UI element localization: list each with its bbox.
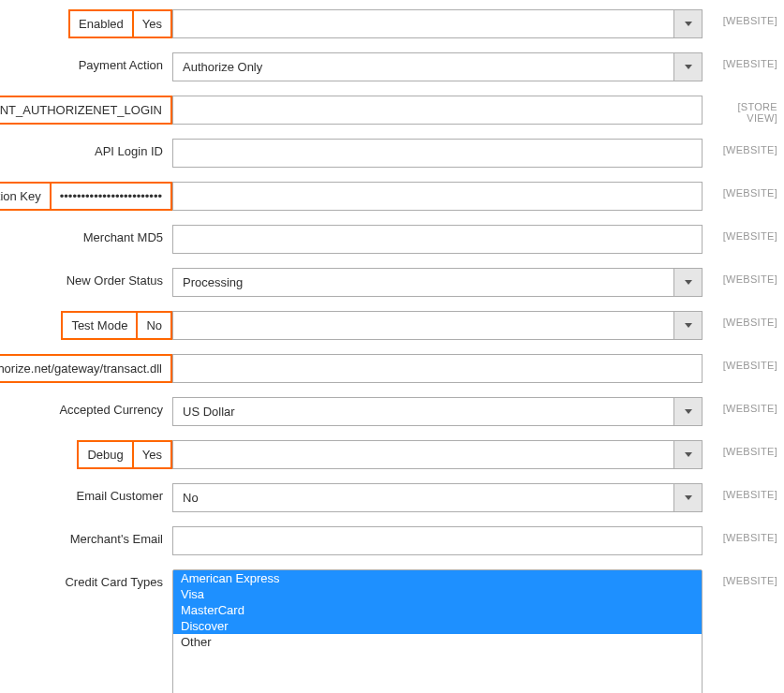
row-transactionKey: Transaction Key••••••••••••••••••••••••[… [4, 182, 780, 211]
select-acceptedCurrency[interactable]: US Dollar [172, 397, 703, 426]
input-wrap-gatewayUrl [172, 354, 703, 383]
label-title: TitlePAYMENT_AUTHORIZENET_LOGIN [4, 96, 172, 125]
highlight-title: TitlePAYMENT_AUTHORIZENET_LOGIN [0, 96, 172, 125]
input-gatewayUrl[interactable] [172, 354, 703, 383]
highlight-value-enabled: Yes [134, 11, 170, 37]
option-visa[interactable]: Visa [173, 586, 702, 602]
row-ccTypes: Credit Card TypesAmerican ExpressVisaMas… [4, 569, 780, 693]
label-gatewayUrl: Gateway URLhttps://test.authorize.net/ga… [4, 354, 172, 383]
scope-apiLoginId: [WEBSITE] [703, 139, 777, 155]
select-wrap-debug: Yes [172, 440, 703, 469]
input-merchantsEmail[interactable] [172, 526, 703, 555]
row-newOrderStatus: New Order StatusProcessing[WEBSITE] [4, 268, 780, 297]
row-merchantMd5: Merchant MD5[WEBSITE] [4, 225, 780, 254]
option-mastercard[interactable]: MasterCard [173, 602, 702, 618]
label-acceptedCurrency: Accepted Currency [4, 397, 172, 417]
field-debug: Yes [172, 440, 703, 469]
row-testMode: Test ModeNoNo[WEBSITE] [4, 311, 780, 340]
select-wrap-newOrderStatus: Processing [172, 268, 703, 297]
select-testMode[interactable]: No [172, 311, 703, 340]
label-emailCustomer: Email Customer [4, 483, 172, 503]
field-acceptedCurrency: US Dollar [172, 397, 703, 426]
label-text-paymentAction: Payment Action [79, 58, 163, 72]
highlight-value-title: PAYMENT_AUTHORIZENET_LOGIN [0, 97, 170, 123]
label-transactionKey: Transaction Key•••••••••••••••••••••••• [4, 182, 172, 211]
label-text-enabled: Enabled [70, 11, 134, 37]
scope-acceptedCurrency: [WEBSITE] [703, 397, 777, 414]
select-enabled[interactable]: Yes [172, 9, 703, 38]
input-wrap-merchantsEmail [172, 526, 703, 555]
field-title [172, 96, 703, 125]
row-emailCustomer: Email CustomerNo[WEBSITE] [4, 483, 780, 512]
config-form: EnabledYesYes[WEBSITE]Payment ActionAuth… [4, 9, 780, 693]
label-debug: DebugYes [4, 440, 172, 469]
select-wrap-acceptedCurrency: US Dollar [172, 397, 703, 426]
option-american-express[interactable]: American Express [173, 570, 702, 586]
field-newOrderStatus: Processing [172, 268, 703, 297]
field-emailCustomer: No [172, 483, 703, 512]
field-testMode: No [172, 311, 703, 340]
label-merchantsEmail: Merchant's Email [4, 526, 172, 546]
scope-testMode: [WEBSITE] [703, 311, 777, 328]
select-wrap-paymentAction: Authorize Only [172, 52, 703, 81]
select-paymentAction[interactable]: Authorize Only [172, 52, 703, 81]
select-wrap-enabled: Yes [172, 9, 703, 38]
label-newOrderStatus: New Order Status [4, 268, 172, 288]
label-text-merchantsEmail: Merchant's Email [70, 532, 163, 546]
label-text-transactionKey: Transaction Key [0, 184, 52, 209]
input-wrap-transactionKey [172, 182, 703, 211]
input-wrap-merchantMd5 [172, 225, 703, 254]
label-text-newOrderStatus: New Order Status [67, 273, 163, 288]
row-acceptedCurrency: Accepted CurrencyUS Dollar[WEBSITE] [4, 397, 780, 426]
input-wrap-apiLoginId [172, 139, 703, 168]
select-debug[interactable]: Yes [172, 440, 703, 469]
row-enabled: EnabledYesYes[WEBSITE] [4, 9, 780, 38]
highlight-testMode: Test ModeNo [61, 311, 172, 340]
label-text-emailCustomer: Email Customer [77, 489, 163, 503]
highlight-gatewayUrl: Gateway URLhttps://test.authorize.net/ga… [0, 354, 172, 383]
field-merchantsEmail [172, 526, 703, 555]
highlight-enabled: EnabledYes [68, 9, 172, 38]
field-merchantMd5 [172, 225, 703, 254]
select-newOrderStatus[interactable]: Processing [172, 268, 703, 297]
field-gatewayUrl [172, 354, 703, 383]
row-debug: DebugYesYes[WEBSITE] [4, 440, 780, 469]
row-merchantsEmail: Merchant's Email[WEBSITE] [4, 526, 780, 555]
field-ccTypes: American ExpressVisaMasterCardDiscoverOt… [172, 569, 703, 693]
multiselect-ccTypes[interactable]: American ExpressVisaMasterCardDiscoverOt… [172, 569, 703, 693]
input-apiLoginId[interactable] [172, 139, 703, 168]
row-gatewayUrl: Gateway URLhttps://test.authorize.net/ga… [4, 354, 780, 383]
scope-paymentAction: [WEBSITE] [703, 52, 777, 69]
option-other[interactable]: Other [173, 634, 702, 650]
label-testMode: Test ModeNo [4, 311, 172, 340]
label-text-debug: Debug [79, 442, 133, 467]
field-paymentAction: Authorize Only [172, 52, 703, 81]
scope-emailCustomer: [WEBSITE] [703, 483, 777, 500]
field-apiLoginId [172, 139, 703, 168]
field-enabled: Yes [172, 9, 703, 38]
highlight-value-gatewayUrl: https://test.authorize.net/gateway/trans… [0, 356, 170, 381]
scope-transactionKey: [WEBSITE] [703, 182, 777, 199]
scope-ccTypes: [WEBSITE] [703, 569, 777, 586]
input-merchantMd5[interactable] [172, 225, 703, 254]
scope-merchantsEmail: [WEBSITE] [703, 526, 777, 543]
scope-merchantMd5: [WEBSITE] [703, 225, 777, 242]
label-merchantMd5: Merchant MD5 [4, 225, 172, 244]
row-apiLoginId: API Login ID[WEBSITE] [4, 139, 780, 168]
input-wrap-title [172, 96, 703, 125]
highlight-transactionKey: Transaction Key•••••••••••••••••••••••• [0, 182, 172, 211]
input-title[interactable] [172, 96, 703, 125]
label-text-ccTypes: Credit Card Types [65, 575, 163, 589]
scope-debug: [WEBSITE] [703, 440, 777, 457]
label-text-testMode: Test Mode [63, 313, 138, 338]
select-wrap-testMode: No [172, 311, 703, 340]
label-ccTypes: Credit Card Types [4, 569, 172, 589]
scope-gatewayUrl: [WEBSITE] [703, 354, 777, 371]
scope-newOrderStatus: [WEBSITE] [703, 268, 777, 285]
label-apiLoginId: API Login ID [4, 139, 172, 158]
select-emailCustomer[interactable]: No [172, 483, 703, 512]
field-transactionKey [172, 182, 703, 211]
input-transactionKey[interactable] [172, 182, 703, 211]
option-discover[interactable]: Discover [173, 618, 702, 634]
multiselect-wrap-ccTypes: American ExpressVisaMasterCardDiscoverOt… [172, 569, 703, 693]
